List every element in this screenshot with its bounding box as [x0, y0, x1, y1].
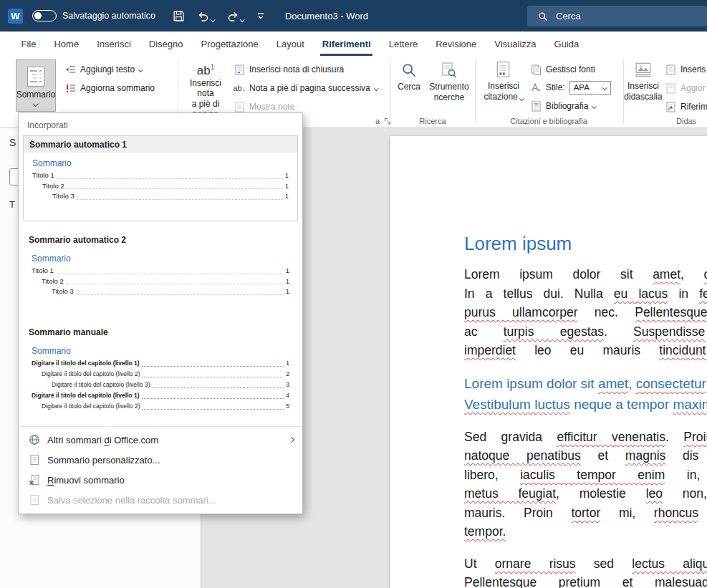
dotted-leader-icon — [57, 178, 283, 179]
dotted-leader-icon — [142, 409, 284, 410]
menu-item-sommario-personalizzato[interactable]: Sommario personalizzato... — [19, 450, 302, 470]
tab-disegno[interactable]: Disegno — [140, 32, 192, 56]
toc-entry-text: Titolo 3 — [52, 191, 74, 202]
doc-text: . — [665, 430, 683, 444]
undo-button[interactable] — [197, 11, 215, 21]
insert-citation-label-2: citazione — [484, 92, 523, 102]
table-of-figures-icon — [665, 64, 676, 75]
toc-preview-entry: Titolo 21 — [32, 181, 289, 192]
autosave-control[interactable]: Salvataggio automatico — [32, 10, 155, 21]
toc-gallery: Sommario automatico 1SommarioTitolo 11Ti… — [19, 135, 302, 416]
search-box[interactable]: Cerca — [527, 6, 707, 26]
insert-footnote-button[interactable]: ab1 Inserisci nota a piè di pagina — [181, 61, 231, 119]
spellcheck-word: Vestibulum luctus — [464, 397, 570, 412]
bibliography-button[interactable]: Bibliografia — [530, 98, 596, 114]
toc-entry-page: 1 — [286, 358, 289, 369]
doc-text: in, — [665, 468, 707, 482]
customize-toolbar-button[interactable] — [256, 11, 265, 20]
toc-gallery-item-3[interactable]: Sommario manualeSommarioDigitare il tito… — [23, 324, 298, 416]
toc-button[interactable]: Sommario — [16, 59, 56, 112]
tab-revisione[interactable]: Revisione — [427, 32, 486, 56]
tab-layout[interactable]: Layout — [267, 32, 313, 56]
toc-entry-page: 1 — [286, 266, 289, 276]
nav-tab-fragment[interactable]: T — [9, 199, 15, 210]
tab-home[interactable]: Home — [45, 32, 88, 56]
document-heading1: Lorem ipsum — [464, 232, 707, 255]
search-icon — [538, 11, 548, 21]
menu-separator — [20, 426, 301, 427]
next-footnote-button[interactable]: ab↓ Nota a piè di pagina successiva — [234, 80, 377, 96]
chevron-down-icon — [138, 67, 143, 72]
spellcheck-word: leo — [646, 486, 663, 501]
doc-line: libero, iaculis tempor enim in, pharetra — [464, 466, 707, 485]
spellcheck-word: eu lacus — [614, 286, 668, 301]
toc-entry-text: Titolo 2 — [42, 276, 64, 287]
autosave-toggle[interactable] — [32, 10, 57, 21]
toggle-knob-icon — [34, 12, 42, 19]
doc-line: Sed gravida efficitur venenatis. Proin g… — [464, 428, 707, 447]
cross-reference-label: Riferim — [680, 102, 707, 112]
menu-item-altri-sommari[interactable]: Altri sommari di Office.com — [19, 430, 302, 450]
toc-gallery-item-2[interactable]: Sommario automatico 2SommarioTitolo 11Ti… — [23, 231, 298, 314]
spellcheck-word: consectetur — [704, 267, 707, 281]
group-label-footnotes-fragment: a — [371, 117, 384, 125]
update-toc-icon — [64, 82, 76, 94]
researcher-icon — [441, 62, 457, 79]
search-command-label: Cerca — [398, 82, 420, 92]
doc-text: libero, — [464, 468, 520, 482]
redo-icon — [226, 11, 239, 21]
insert-footnote-label-1: Inserisci nota — [181, 78, 231, 98]
tab-guida[interactable]: Guida — [545, 32, 588, 56]
insert-endnote-icon — [234, 64, 245, 75]
cross-reference-button[interactable]: Riferim — [665, 99, 707, 115]
bibliography-label: Bibliografia — [546, 101, 588, 111]
toc-button-label: Sommario — [16, 90, 56, 100]
remove-icon — [28, 473, 41, 486]
tab-progettazione[interactable]: Progettazione — [192, 32, 267, 56]
spellcheck-word: imperdiet — [464, 343, 516, 357]
save-button[interactable] — [173, 10, 185, 22]
toc-gallery-item-1[interactable]: Sommario automatico 1SommarioTitolo 11Ti… — [23, 135, 298, 221]
spellcheck-word: tortor — [571, 506, 600, 520]
tab-file[interactable]: File — [12, 32, 45, 56]
toc-entry-text: Titolo 1 — [32, 170, 54, 181]
manage-sources-label: Gestisci fonti — [546, 64, 595, 74]
dialog-launcher-icon[interactable] — [384, 117, 393, 126]
insert-caption-button[interactable]: Inserisci didascalia — [626, 61, 660, 102]
doc-line: Vestibulum luctus neque a tempor maximus — [464, 394, 707, 415]
spellcheck-word: turpis egestas — [504, 324, 604, 339]
spellcheck-word: tincidunt aliquam — [659, 343, 707, 357]
insert-table-of-figures-button[interactable]: Inseris — [665, 62, 707, 77]
menu-item-rimuovi-sommario[interactable]: Rimuovi sommario — [19, 470, 302, 490]
doc-line: metus feugiat, molestie leo non, semper — [464, 484, 707, 503]
manage-sources-button[interactable]: Gestisci fonti — [530, 62, 595, 77]
doc-text: non, — [663, 486, 707, 501]
document-content: Lorem ipsum dolor sit amet, consecteturI… — [464, 265, 707, 588]
dotted-leader-icon — [142, 366, 284, 367]
insert-citation-button[interactable]: Inserisci citazione — [481, 61, 526, 102]
update-toc-button[interactable]: Aggiorna sommario — [64, 80, 155, 96]
redo-button[interactable] — [226, 11, 244, 21]
toc-entry-text: Digitare il titolo del capitolo (livello… — [42, 369, 140, 380]
tab-inserisci[interactable]: Inserisci — [88, 32, 140, 56]
search-command-button[interactable]: Cerca — [394, 62, 424, 92]
add-text-button[interactable]: Aggiungi testo — [64, 62, 143, 77]
doc-line: Pellentesque pretium et malesuada libero — [464, 573, 707, 588]
tab-visualizza[interactable]: Visualizza — [486, 32, 545, 56]
doc-line: tempor. — [464, 522, 707, 541]
insert-endnote-button[interactable]: Inserisci nota di chiusura — [234, 62, 344, 77]
save-icon — [173, 10, 185, 22]
spellcheck-word: Pellentesque habitant — [635, 305, 707, 319]
toc-preview-entry: Titolo 21 — [32, 276, 289, 287]
researcher-button[interactable]: Strumento ricerche — [427, 62, 471, 102]
update-table-button: Aggior — [665, 80, 707, 96]
toc-entry-text: Digitare il titolo del capitolo (livello… — [32, 358, 140, 369]
tab-riferimenti[interactable]: Riferimenti — [313, 32, 380, 56]
citation-style-select[interactable]: APA — [569, 81, 611, 95]
toc-entry-page: 3 — [286, 380, 289, 390]
gallery-item-title: Sommario manuale — [23, 324, 298, 340]
doc-line: ac turpis egestas. Suspendisse viverra — [464, 322, 707, 342]
doc-line: purus ullamcorper nec. Pellentesque habi… — [464, 303, 707, 322]
tab-lettere[interactable]: Lettere — [380, 32, 426, 56]
doc-line: natoque penatibus et magnis dis parturie… — [464, 446, 707, 466]
